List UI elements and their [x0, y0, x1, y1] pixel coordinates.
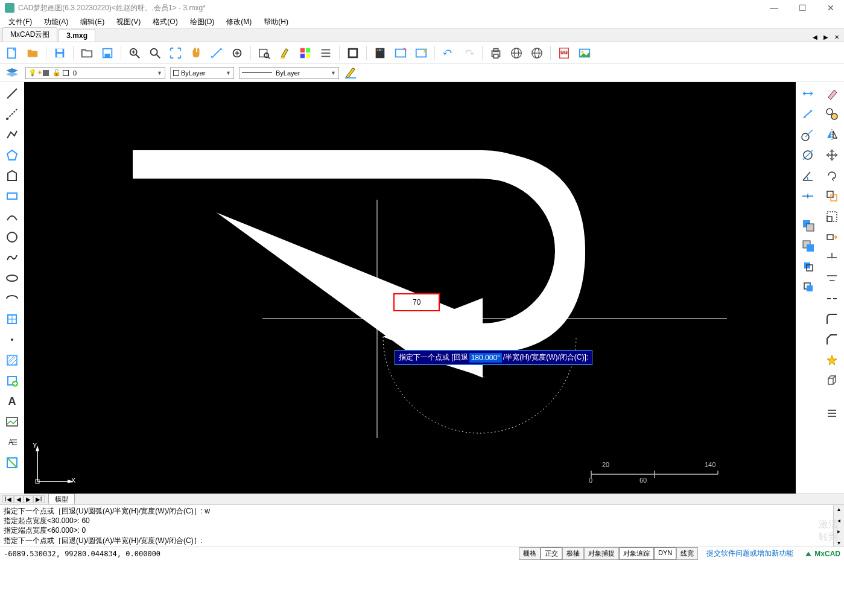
3d-tool[interactable]	[823, 372, 841, 390]
brand-label[interactable]: MxCAD	[804, 550, 840, 558]
new-button[interactable]	[4, 45, 21, 62]
close-button[interactable]: ✕	[822, 2, 839, 14]
circle-tool[interactable]	[3, 228, 21, 246]
menu-format[interactable]: 格式(O)	[147, 16, 183, 28]
shape-tool[interactable]	[3, 167, 21, 185]
mirror-tool[interactable]	[823, 125, 841, 144]
rectangle-tool[interactable]	[3, 187, 21, 205]
color-combo[interactable]: ByLayer ▼	[170, 67, 234, 79]
trim-tool[interactable]	[823, 249, 841, 267]
polyline-tool[interactable]	[3, 125, 21, 144]
dim-aligned[interactable]	[799, 105, 817, 123]
cmd-scroll-down[interactable]: ▾	[837, 539, 840, 547]
toggle-grid[interactable]: 栅格	[519, 547, 541, 560]
front-button[interactable]	[799, 216, 817, 234]
fillet-tool[interactable]	[823, 310, 841, 328]
save-button[interactable]	[51, 45, 68, 62]
layer-iso-button[interactable]	[413, 45, 430, 62]
menu-view[interactable]: 视图(V)	[110, 16, 147, 28]
dynamic-input[interactable]: 70	[393, 293, 440, 311]
open-button[interactable]	[24, 45, 41, 62]
ellipse-tool[interactable]	[3, 269, 21, 287]
menu-edit[interactable]: 编辑(E)	[74, 16, 110, 28]
zoom-scale-button[interactable]	[229, 45, 246, 62]
feedback-link[interactable]: 提交软件问题或增加新功能	[706, 548, 793, 559]
screenshot-button[interactable]	[344, 45, 361, 62]
color-button[interactable]	[372, 45, 389, 62]
highlight-button[interactable]	[276, 45, 293, 62]
rotate-tool[interactable]	[823, 167, 841, 185]
undo-button[interactable]	[440, 45, 457, 62]
toggle-lwt[interactable]: 线宽	[676, 547, 698, 560]
dim-diameter[interactable]	[799, 146, 817, 164]
layout-first[interactable]: I◀	[2, 495, 14, 503]
extend-tool[interactable]	[823, 269, 841, 287]
stretch-tool[interactable]	[823, 228, 841, 246]
image-tool[interactable]	[3, 413, 21, 431]
scale-tool[interactable]	[823, 208, 841, 226]
print-button[interactable]	[487, 45, 504, 62]
toggle-dyn[interactable]: DYN	[654, 547, 676, 560]
list-button[interactable]	[317, 45, 334, 62]
pan-button[interactable]	[188, 45, 205, 62]
tab-next[interactable]: ▶	[821, 33, 831, 42]
text-tool[interactable]: A	[3, 392, 21, 410]
chamfer-tool[interactable]	[823, 331, 841, 349]
offset-tool[interactable]	[823, 187, 841, 205]
command-window[interactable]: 指定下一个点或［回退(U)/圆弧(A)/半宽(H)/宽度(W)/闭合(C)］: …	[0, 504, 844, 547]
grid-button[interactable]	[297, 45, 314, 62]
pdf-button[interactable]: PDF	[556, 45, 573, 62]
redo-button[interactable]	[460, 45, 477, 62]
lineweight-button[interactable]	[344, 66, 358, 80]
move-tool[interactable]	[823, 146, 841, 164]
menu-draw[interactable]: 绘图(D)	[184, 16, 221, 28]
toggle-otrack[interactable]: 对象追踪	[619, 547, 654, 560]
measure-button[interactable]	[208, 45, 225, 62]
ellipse-arc-tool[interactable]	[3, 290, 21, 308]
drawing-canvas[interactable]: Y X 20 140 0 60 70 指定下一个点或 [回退 180.000° …	[24, 82, 796, 494]
zoom-extents-button[interactable]	[167, 45, 184, 62]
region-tool[interactable]	[3, 454, 21, 472]
menu-help[interactable]: 帮助(H)	[258, 16, 294, 28]
web2-button[interactable]	[528, 45, 545, 62]
above-button[interactable]	[799, 257, 817, 275]
explode-tool[interactable]	[823, 351, 841, 369]
layer-off-button[interactable]	[392, 45, 409, 62]
tab-prev[interactable]: ◀	[810, 33, 820, 42]
zoom-window-button[interactable]	[126, 45, 143, 62]
cmd-scroll-right[interactable]: ▸	[837, 527, 840, 536]
zoom-realtime-button[interactable]	[147, 45, 163, 62]
mtext-tool[interactable]: A	[3, 433, 21, 451]
tab-file[interactable]: 3.mxg	[59, 29, 95, 42]
block-tool[interactable]	[3, 310, 21, 328]
maximize-button[interactable]: ☐	[794, 2, 811, 14]
dim-angular[interactable]	[799, 167, 817, 185]
dim-linear[interactable]	[799, 84, 817, 103]
cmd-scroll-left[interactable]: ◂	[837, 516, 840, 525]
minimize-button[interactable]: —	[765, 2, 783, 14]
back-button[interactable]	[799, 237, 817, 255]
find-button[interactable]	[256, 45, 273, 62]
polygon-tool[interactable]	[3, 146, 21, 164]
properties-tool[interactable]	[823, 404, 841, 422]
arc-tool[interactable]	[3, 208, 21, 226]
save-as-button[interactable]	[99, 45, 116, 62]
ray-tool[interactable]	[3, 105, 21, 123]
point-tool[interactable]	[3, 331, 21, 349]
menu-file[interactable]: 文件(F)	[2, 16, 38, 28]
layout-last[interactable]: ▶I	[33, 495, 45, 503]
break-tool[interactable]	[823, 290, 841, 308]
web-button[interactable]	[508, 45, 525, 62]
cmd-scroll-up[interactable]: ▴	[837, 505, 840, 513]
toggle-ortho[interactable]: 正交	[541, 547, 562, 560]
tab-close[interactable]: ✕	[832, 33, 842, 42]
dim-radius[interactable]	[799, 125, 817, 144]
layout-next[interactable]: ▶	[24, 495, 33, 503]
insert-tool[interactable]	[3, 372, 21, 390]
layout-prev[interactable]: ◀	[14, 495, 24, 503]
menu-modify[interactable]: 修改(M)	[220, 16, 258, 28]
layer-combo[interactable]: 💡☀🔓 0 ▼	[25, 67, 165, 79]
dim-continue[interactable]	[799, 187, 817, 205]
image-button[interactable]	[576, 45, 593, 62]
linetype-combo[interactable]: ByLayer ▼	[239, 67, 339, 79]
